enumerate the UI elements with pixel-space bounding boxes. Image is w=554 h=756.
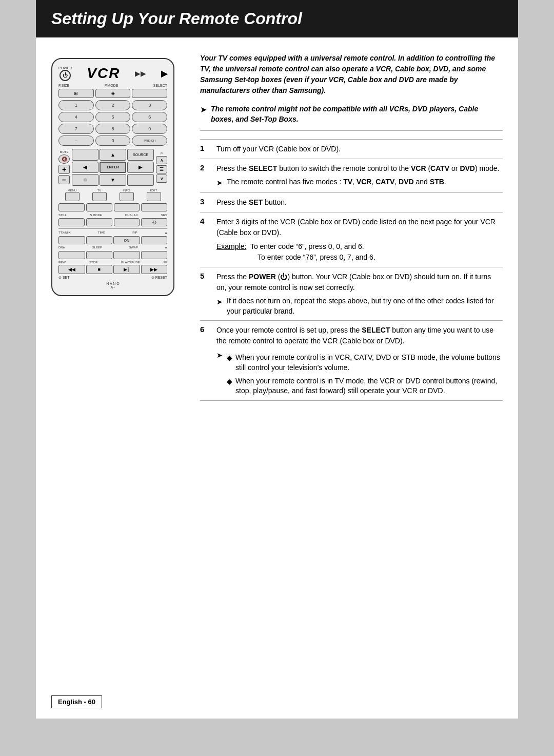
step-1-number: 1 xyxy=(200,144,209,152)
vcr-bold: VCR xyxy=(411,164,426,172)
ch-up-sym: ∧ xyxy=(165,231,167,235)
rew-label: REW xyxy=(58,261,66,264)
ttx-labels-row: TTX/MIX TIME PIP ∧ xyxy=(58,231,167,235)
step-4-example: Example: To enter code “6”, press 0, 0, … xyxy=(216,241,503,263)
stop-button: ■ xyxy=(86,265,113,274)
psize-label: P.SIZE xyxy=(58,84,69,87)
step-5-number: 5 xyxy=(200,272,209,280)
dpad: ▲ SOURCE ◀ ENTER ▶ ⊟ ▼ xyxy=(72,149,154,186)
step-3-content: Press the SET button. xyxy=(216,197,503,208)
vcr-cassette-icon: ▶▶ xyxy=(135,69,146,77)
set-bold: SET xyxy=(249,198,263,206)
color-btn-3 xyxy=(114,203,140,211)
step-2-number: 2 xyxy=(200,163,209,172)
time-button xyxy=(86,236,113,244)
footer-box: English - 60 xyxy=(51,695,102,708)
info-button xyxy=(120,192,134,201)
srs-label: SRS xyxy=(161,214,167,217)
step-2-subnote-text: The remote control has five modes : TV, … xyxy=(227,177,446,187)
step-2: 2 Press the SELECT button to switch the … xyxy=(200,159,503,193)
power-label: POWER xyxy=(58,66,72,70)
dpad-right: ▶ xyxy=(127,162,154,173)
step-6-subnote: ➤ ◆ When your remote control is in VCR, … xyxy=(216,350,503,396)
bullet-2-text: When your remote control is in TV mode, … xyxy=(235,376,503,396)
ch-down-button: ∨ xyxy=(156,175,167,183)
btn-9: 9 xyxy=(132,124,167,134)
ff-label: FF xyxy=(164,261,167,264)
dnie-labels-row: DNie SLEEP SWAP ∨ xyxy=(58,246,167,250)
pip-down-button xyxy=(141,251,168,259)
transport-buttons-row: ◀◀ ■ ▶‖ ▶▶ xyxy=(58,265,167,274)
set-reset-row: ⊙ SET ⊙ RESET xyxy=(58,276,167,280)
pip-up-button xyxy=(141,236,168,244)
psize-button: ⊞ xyxy=(58,89,94,98)
btn-6: 6 xyxy=(132,112,167,122)
ttx-label: TTX/MIX xyxy=(58,231,71,235)
subnote-6-arrow-icon: ➤ xyxy=(216,350,223,361)
step-5-subnote: ➤ If it does not turn on, repeat the ste… xyxy=(216,296,503,316)
vol-plus-button: + xyxy=(58,165,70,174)
dual-button xyxy=(114,218,140,226)
stop-label: STOP xyxy=(89,261,97,264)
remote-control-image: POWER ⏻ VCR ▶▶ ▶ P.SIZE P.MODE SELECT ⊞ … xyxy=(51,58,174,296)
p-label: P xyxy=(161,152,163,155)
compatibility-note: ➤ The remote control might not be compat… xyxy=(200,104,503,131)
left-column: POWER ⏻ VCR ▶▶ ▶ P.SIZE P.MODE SELECT ⊞ … xyxy=(51,53,185,401)
example-1-text: To enter code “6”, press 0, 0, and 6. xyxy=(250,242,364,250)
select-label: SELECT xyxy=(153,84,167,87)
vcr-label: VCR xyxy=(87,65,120,82)
select-button xyxy=(132,89,167,98)
set-label: ⊙ SET xyxy=(58,276,70,280)
sleep-label: SLEEP xyxy=(92,246,102,250)
menu-button xyxy=(65,192,80,201)
example-2-text: To enter code “76”, press 0, 7, and 6. xyxy=(258,253,375,261)
btn-prech: PRE-CH xyxy=(132,135,167,146)
bullet-1: ◆ When your remote control is in VCR, CA… xyxy=(227,353,503,373)
dnie-buttons-row xyxy=(58,251,167,259)
playpause-button: ▶‖ xyxy=(113,265,140,274)
footer: English - 60 xyxy=(51,695,102,708)
still-buttons-row: ◎ xyxy=(58,218,167,226)
dpad-down: ▼ xyxy=(100,174,126,186)
page: Setting Up Your Remote Control POWER ⏻ V… xyxy=(36,0,518,719)
step-5-content: Press the POWER (⏻) button. Your VCR (Ca… xyxy=(216,272,503,316)
note-text: The remote control might not be compatib… xyxy=(211,104,503,124)
step-4-content: Enter 3 digits of the VCR (Cable box or … xyxy=(216,217,503,263)
nano-label: N A N O A+ xyxy=(58,282,167,289)
ch-prev-btn: ⊟ xyxy=(72,174,98,186)
color-btn-1 xyxy=(58,203,85,211)
title-bar: Setting Up Your Remote Control xyxy=(36,0,518,37)
ttx-button xyxy=(58,236,85,244)
nav-section: MUTE 🔇 + – ▲ SOURCE ◀ ENTER ▶ ⊟ xyxy=(58,149,167,186)
btn-5: 5 xyxy=(95,112,131,122)
still-row: STILL S.MODE DUAL I-II SRS xyxy=(58,214,167,217)
smode-button xyxy=(86,218,112,226)
smode-label: S.MODE xyxy=(90,214,102,217)
color-btn-2 xyxy=(86,203,112,211)
pmode-button: ◈ xyxy=(95,89,131,98)
ff-button: ▶▶ xyxy=(141,265,168,274)
step-6-bullets: ◆ When your remote control is in VCR, CA… xyxy=(227,350,503,396)
example-label: Example: xyxy=(216,242,246,250)
ttx-buttons-row: ON xyxy=(58,236,167,244)
vol-minus-button: – xyxy=(58,175,70,184)
dpad-left: ◀ xyxy=(72,162,98,173)
swap-label: SWAP xyxy=(129,246,137,250)
step-6-content: Once your remote control is set up, pres… xyxy=(216,325,503,396)
still-button xyxy=(58,218,85,226)
pip-section: TTX/MIX TIME PIP ∧ ON DNie SLEEP xyxy=(58,228,167,280)
step-5: 5 Press the POWER (⏻) button. Your VCR (… xyxy=(200,267,503,321)
btn-2: 2 xyxy=(95,100,131,110)
subnote-arrow-icon: ➤ xyxy=(216,178,223,188)
number-grid: 1 2 3 4 5 6 7 8 9 – 0 PRE-CH xyxy=(58,100,167,146)
sleep-button xyxy=(86,251,113,259)
exit-button xyxy=(147,192,161,201)
select-bold-2: SELECT xyxy=(362,326,390,334)
btn-3: 3 xyxy=(132,100,167,110)
source-label: SOURCE xyxy=(127,149,154,161)
step-3: 3 Press the SET button. xyxy=(200,193,503,212)
select-bold: SELECT xyxy=(249,164,277,172)
dpad-up: ▲ xyxy=(100,149,126,161)
step-6-number: 6 xyxy=(200,325,209,334)
reset-label: ⊙ RESET xyxy=(151,276,167,280)
